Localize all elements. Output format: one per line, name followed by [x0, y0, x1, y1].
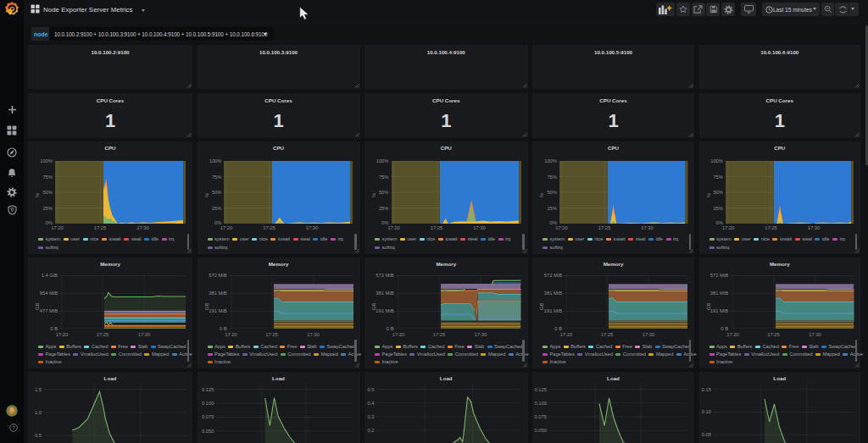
- svg-text:%: %: [539, 193, 544, 197]
- svg-text:GB: GB: [706, 302, 711, 310]
- svg-text:GB: GB: [204, 302, 209, 310]
- svg-text:%: %: [204, 193, 209, 197]
- svg-text:GB: GB: [35, 302, 40, 310]
- svg-text:%: %: [706, 193, 711, 197]
- svg-text:GB: GB: [371, 302, 376, 310]
- svg-text:GB: GB: [539, 302, 544, 310]
- svg-text:?: ?: [12, 424, 15, 430]
- svg-text:%: %: [371, 193, 376, 197]
- svg-text:%: %: [35, 193, 40, 197]
